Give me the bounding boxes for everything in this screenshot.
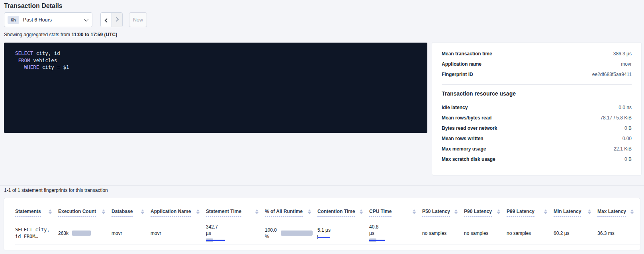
sort-icon[interactable] — [255, 209, 258, 214]
cell-database: movr — [112, 231, 151, 236]
column-header-percent-of-all-runtime: % of All Runtime — [265, 209, 317, 222]
sort-icon[interactable] — [413, 209, 416, 214]
column-header-application-name: Application Name — [151, 209, 206, 222]
sort-icon[interactable] — [497, 209, 500, 214]
resource-row-max-memory-usage: Max memory usage 22.1 KiB — [442, 144, 632, 154]
sort-icon[interactable] — [308, 209, 311, 214]
time-arrow-group — [100, 12, 123, 27]
statement-fingerprints-caption: 1-1 of 1 statement fingerprints for this… — [4, 188, 108, 193]
cell-p99-latency: no samples — [507, 231, 554, 236]
resource-row-mean-rows-written: Mean rows written 0.00 — [442, 133, 632, 144]
time-range-badge: 6h — [8, 16, 19, 24]
time-range-dropdown[interactable]: 6h Past 6 Hours — [4, 12, 92, 27]
chevron-left-icon — [104, 18, 109, 22]
cell-p50-latency: no samples — [422, 231, 464, 236]
summary-row-fingerprint-id: Fingerprint ID ee2df683f5aa9411 — [442, 69, 632, 80]
runtime-percent-bar — [281, 231, 313, 236]
statement-time-bar — [206, 238, 225, 242]
statements-table-header: Statements Execution Count Database Appl… — [15, 198, 640, 222]
previous-time-button[interactable] — [101, 13, 112, 27]
time-range-caption: Showing aggregated stats from 11:00 to 1… — [4, 32, 117, 37]
table-row: SELECT city,id FROM… 263k movr movr 342.… — [15, 222, 640, 244]
column-header-execution-count: Execution Count — [58, 209, 112, 222]
column-header-database: Database — [112, 209, 151, 222]
sql-statement-card: SELECT city, id FROM vehicles WHERE city… — [4, 43, 427, 133]
column-header-statements: Statements — [15, 209, 58, 222]
cell-contention-time: 5.1 µs — [317, 227, 369, 239]
chevron-right-icon — [114, 17, 119, 21]
cell-min-latency: 60.2 µs — [554, 231, 597, 236]
time-range-label: Past 6 Hours — [23, 17, 84, 23]
cell-p90-latency: no samples — [464, 231, 507, 236]
time-range-bold: 11:00 to 17:59 (UTC) — [71, 32, 117, 37]
contention-time-bar — [317, 235, 330, 239]
resource-row-mean-rows-bytes-read: Mean rows/bytes read 78.17 / 5.8 KiB — [442, 113, 632, 123]
now-button[interactable]: Now — [129, 12, 147, 27]
column-header-statement-time: Statement Time — [206, 209, 265, 222]
sort-icon[interactable] — [360, 209, 363, 214]
time-controls: 6h Past 6 Hours Now — [4, 12, 147, 27]
sort-icon[interactable] — [630, 209, 634, 214]
sort-icon[interactable] — [588, 209, 591, 214]
execution-count-bar — [72, 231, 91, 236]
column-header-max-latency: Max Latency — [597, 209, 640, 222]
transaction-summary-card: Mean transaction time 386.3 µs Applicati… — [432, 43, 641, 175]
sort-icon[interactable] — [141, 209, 144, 214]
column-header-min-latency: Min Latency — [554, 209, 597, 222]
column-header-p50-latency: P50 Latency — [422, 209, 464, 222]
sql-statement-text: SELECT city, id FROM vehicles WHERE city… — [15, 50, 416, 71]
summary-row-mean-transaction-time: Mean transaction time 386.3 µs — [442, 49, 632, 59]
statements-table: Statements Execution Count Database Appl… — [4, 198, 640, 250]
cell-application-name: movr — [151, 231, 206, 236]
summary-divider — [442, 84, 632, 85]
resource-row-idle-latency: Idle latency 0.0 ns — [442, 102, 632, 113]
section-divider — [0, 185, 644, 186]
resource-row-bytes-read-over-network: Bytes read over network 0 B — [442, 123, 632, 133]
next-time-button[interactable] — [112, 13, 122, 27]
sort-icon[interactable] — [196, 209, 200, 214]
statement-link[interactable]: SELECT city,id FROM… — [15, 227, 50, 240]
cell-execution-count: 263k — [58, 231, 112, 236]
cell-cpu-time: 40.8 µs — [369, 224, 422, 242]
resource-row-max-scratch-disk-usage: Max scratch disk usage 0 B — [442, 154, 632, 164]
sort-icon[interactable] — [454, 209, 458, 214]
cell-statement-time: 342.7 µs — [206, 224, 265, 242]
column-header-p99-latency: P99 Latency — [507, 209, 554, 222]
sort-icon[interactable] — [544, 209, 547, 214]
column-header-p90-latency: P90 Latency — [464, 209, 507, 222]
cpu-time-bar — [369, 238, 385, 242]
resource-usage-heading: Transaction resource usage — [442, 90, 632, 97]
cell-max-latency: 36.3 ms — [597, 231, 640, 236]
cell-percent-of-all-runtime: 100.0% — [265, 227, 317, 239]
sort-icon[interactable] — [102, 209, 105, 214]
chevron-down-icon — [84, 17, 88, 21]
column-header-cpu-time: CPU Time — [369, 209, 422, 222]
sort-icon[interactable] — [49, 209, 52, 214]
column-header-contention-time: Contention Time — [317, 209, 369, 222]
page-title: Transaction Details — [4, 2, 63, 10]
cell-statement: SELECT city,id FROM… — [15, 227, 58, 240]
summary-row-application-name: Application name movr — [442, 59, 632, 69]
